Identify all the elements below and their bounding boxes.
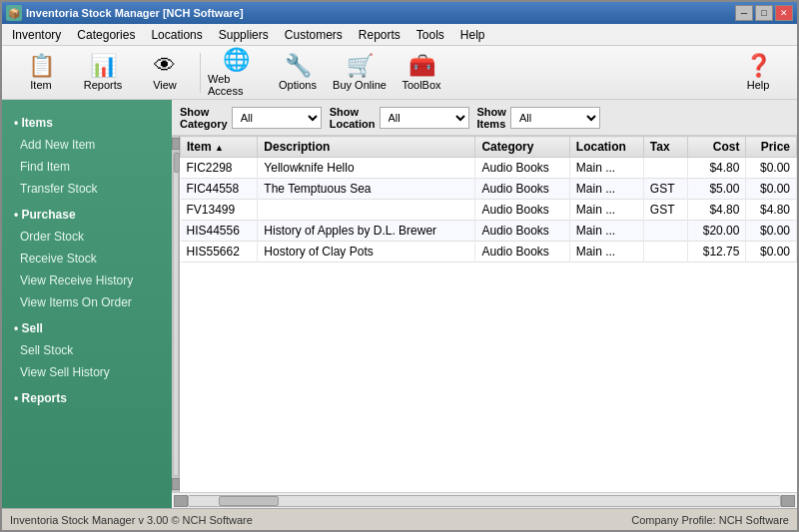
view-icon: 👁	[154, 55, 176, 77]
category-filter-group: ShowCategory All	[180, 106, 322, 130]
scroll-up-arrow[interactable]	[172, 138, 180, 150]
item-label: Item	[30, 79, 51, 91]
items-filter-select[interactable]: All	[510, 107, 600, 129]
sidebar-item-view-sell-history[interactable]: View Sell History	[2, 361, 172, 383]
scroll-right-arrow[interactable]	[781, 495, 795, 507]
content-area: Item ▲ Description Category Location Tax…	[172, 136, 797, 492]
scroll-down-arrow[interactable]	[172, 478, 180, 490]
view-label: View	[153, 79, 177, 91]
items-filter-group: ShowItems All	[477, 106, 600, 130]
help-label: Help	[747, 79, 770, 91]
category-filter-select[interactable]: All	[232, 107, 322, 129]
table-row[interactable]: FIC2298Yellowknife HelloAudio BooksMain …	[181, 158, 797, 179]
menu-inventory[interactable]: Inventory	[4, 24, 69, 45]
main-window: 📦 Inventoria Stock Manager [NCH Software…	[0, 0, 799, 532]
sidebar-item-order-stock[interactable]: Order Stock	[2, 226, 172, 248]
scroll-thumb-vert[interactable]	[174, 153, 180, 173]
table-cell: Main ...	[569, 242, 643, 263]
view-button[interactable]: 👁 View	[134, 50, 196, 96]
col-description[interactable]: Description	[258, 137, 475, 158]
scroll-track-vert	[173, 152, 179, 476]
menu-locations[interactable]: Locations	[143, 24, 210, 45]
menu-suppliers[interactable]: Suppliers	[211, 24, 277, 45]
vertical-scrollbar[interactable]	[172, 136, 180, 492]
col-item[interactable]: Item ▲	[181, 137, 258, 158]
inventory-table: Item ▲ Description Category Location Tax…	[180, 136, 797, 263]
sidebar-item-find-item[interactable]: Find Item	[2, 156, 172, 178]
filter-bar: ShowCategory All ShowLocation All ShowIt…	[172, 100, 797, 136]
item-icon: 📋	[28, 55, 55, 77]
col-category[interactable]: Category	[475, 137, 569, 158]
col-cost[interactable]: Cost	[688, 137, 746, 158]
show-items-label: ShowItems	[477, 106, 506, 130]
col-location[interactable]: Location	[569, 137, 643, 158]
web-access-button[interactable]: 🌐 Web Access	[205, 50, 267, 96]
table-cell: FV13499	[181, 200, 258, 221]
options-label: Options	[279, 79, 317, 91]
buy-online-button[interactable]: 🛒 Buy Online	[329, 50, 391, 96]
location-filter-select[interactable]: All	[380, 107, 469, 129]
col-price[interactable]: Price	[746, 137, 797, 158]
table-row[interactable]: HIS44556History of Apples by D.L. Brewer…	[181, 221, 797, 242]
section-purchase-title: • Purchase	[2, 200, 172, 226]
scroll-thumb-horiz[interactable]	[219, 496, 279, 506]
table-cell: Audio Books	[475, 158, 569, 179]
table-row[interactable]: HIS55662Hostory of Clay PotsAudio BooksM…	[181, 242, 797, 263]
table-cell: Audio Books	[475, 221, 569, 242]
location-filter-group: ShowLocation All	[330, 106, 469, 130]
status-bar: Inventoria Stock Manager v 3.00 © NCH So…	[2, 508, 797, 530]
sidebar: • Items Add New Item Find Item Transfer …	[2, 100, 172, 508]
table-cell: $0.00	[746, 242, 797, 263]
toolbar-separator	[200, 53, 201, 93]
menu-help[interactable]: Help	[452, 24, 493, 45]
toolbox-icon: 🧰	[408, 55, 435, 77]
section-items-title: • Items	[2, 108, 172, 134]
maximize-button[interactable]: □	[755, 5, 773, 21]
options-button[interactable]: 🔧 Options	[267, 50, 329, 96]
table-row[interactable]: FIC44558The Temptuous SeaAudio BooksMain…	[181, 179, 797, 200]
table-cell: Audio Books	[475, 179, 569, 200]
window-title: Inventoria Stock Manager [NCH Software]	[26, 7, 735, 19]
sidebar-item-view-receive-history[interactable]: View Receive History	[2, 269, 172, 291]
close-button[interactable]: ✕	[775, 5, 793, 21]
app-icon: 📦	[6, 5, 22, 21]
scroll-left-arrow[interactable]	[174, 495, 188, 507]
buy-online-label: Buy Online	[333, 79, 387, 91]
horizontal-scrollbar[interactable]	[172, 492, 797, 508]
minimize-button[interactable]: ─	[735, 5, 753, 21]
menu-reports[interactable]: Reports	[351, 24, 408, 45]
item-button[interactable]: 📋 Item	[10, 50, 72, 96]
menu-bar: Inventory Categories Locations Suppliers…	[2, 24, 797, 46]
menu-tools[interactable]: Tools	[408, 24, 452, 45]
sidebar-item-view-items-on-order[interactable]: View Items On Order	[2, 291, 172, 313]
table-cell: $20.00	[688, 221, 746, 242]
toolbox-button[interactable]: 🧰 ToolBox	[391, 50, 452, 96]
menu-categories[interactable]: Categories	[69, 24, 143, 45]
table-container: Item ▲ Description Category Location Tax…	[180, 136, 797, 492]
table-cell: FIC44558	[181, 179, 258, 200]
table-cell: History of Apples by D.L. Brewer	[258, 221, 475, 242]
web-access-icon: 🌐	[223, 49, 250, 71]
table-cell: Yellowknife Hello	[258, 158, 475, 179]
table-cell: Main ...	[569, 179, 643, 200]
table-row[interactable]: FV13499Audio BooksMain ...GST$4.80$4.80	[181, 200, 797, 221]
scroll-track-horiz	[188, 495, 781, 507]
help-button[interactable]: ❓ Help	[727, 50, 789, 96]
sidebar-item-transfer-stock[interactable]: Transfer Stock	[2, 178, 172, 200]
col-tax[interactable]: Tax	[643, 137, 687, 158]
table-cell: $4.80	[688, 200, 746, 221]
sidebar-item-add-new-item[interactable]: Add New Item	[2, 134, 172, 156]
menu-customers[interactable]: Customers	[277, 24, 351, 45]
reports-button[interactable]: 📊 Reports	[72, 50, 134, 96]
toolbar: 📋 Item 📊 Reports 👁 View 🌐 Web Access 🔧 O…	[2, 46, 797, 100]
options-icon: 🔧	[285, 55, 312, 77]
show-location-label: ShowLocation	[330, 106, 376, 130]
status-right: Company Profile: NCH Software	[631, 514, 789, 526]
main-area: • Items Add New Item Find Item Transfer …	[2, 100, 797, 508]
sidebar-item-receive-stock[interactable]: Receive Stock	[2, 248, 172, 269]
table-cell	[643, 242, 687, 263]
table-cell	[643, 221, 687, 242]
sidebar-item-sell-stock[interactable]: Sell Stock	[2, 339, 172, 361]
table-cell	[643, 158, 687, 179]
table-cell: $0.00	[746, 179, 797, 200]
